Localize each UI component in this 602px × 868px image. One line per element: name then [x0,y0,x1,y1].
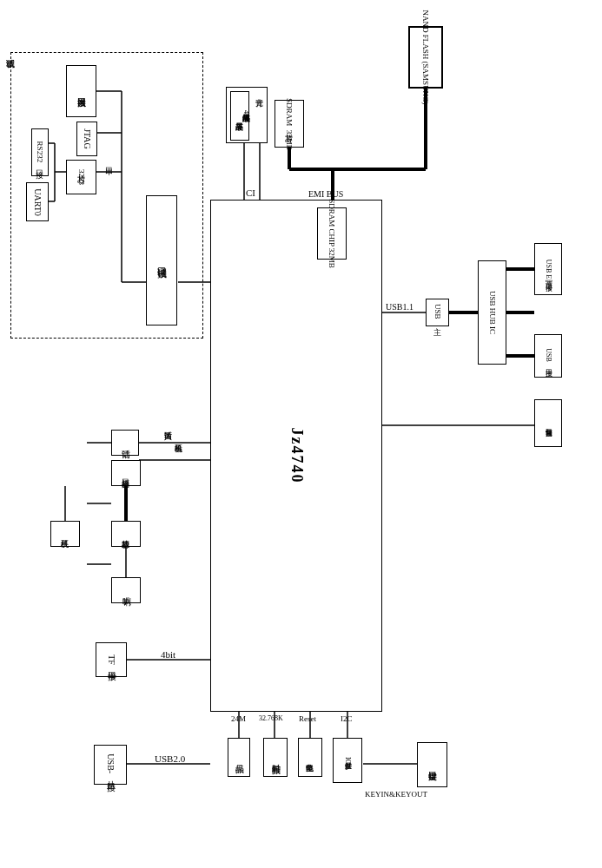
usb-reader-label: USB 读写E卡接口 [544,260,552,279]
i2c-label: I2C [341,714,353,723]
usb-host-port: USB 主接口 [534,334,562,378]
reset-label: Reset [299,714,316,723]
clk-24m: 24M [231,714,246,723]
usb-slave: USB-从 接口 [94,745,127,785]
lcd-panel: 液晶显示屏 [230,91,249,141]
ci-label: CI [246,187,255,198]
earphone: 耳机线 [50,521,80,547]
usb-other: 其它预留接口 [534,399,562,447]
xtal-24m: 晶振 [228,738,250,777]
kbd-if: 键盘接口 [417,742,447,787]
audio-amp: 音频功放 [111,521,141,547]
speaker: 喇叭 [111,577,141,603]
usb-host-small: USB 主 [426,299,449,326]
chip-3223: 芯片3223 [66,160,96,194]
kbd-ext-label: 键盘扩展IC [343,757,352,764]
cpu-label: Jz4740 [287,428,306,484]
reset-ckt: 复位电路 [298,738,322,777]
chip-3223-label: 芯片3223 [76,169,86,185]
emi-bus-label: EMI BUS [308,189,343,199]
tf-card: TF卡接口 [96,642,127,677]
usb-slave-label: USB-从 接口 [105,753,116,775]
rs232-label: RS232 接口 [36,141,45,164]
usb-slave-bus: USB2.0 [155,753,185,764]
rtc-xtal-label: 时钟 晶振 [270,756,281,759]
uart0: UART0 [26,182,49,221]
nand-flash-label: NAND FLASH (SAMSUNG) [421,10,431,104]
usb-host-port-label: USB 主接口 [544,348,552,364]
cpu-block: Jz4740 [210,200,382,712]
key-bus-label: KEYIN&KEYOUT [365,790,427,799]
usb-host-small-label: USB 主 [433,304,442,321]
jtag-label: JTAG [82,128,92,149]
sdram2-label: SDRAM CHIP 32MB [327,199,337,268]
debug-port: 调试接口 [146,195,177,326]
tf-label: TF卡接口 [106,654,116,665]
audio-iface: 音频接口 [111,460,141,486]
jtag: JTAG [76,122,97,156]
rtc-xtal: 时钟 晶振 [263,738,288,777]
sdram1: SDRAM 芯片 32MB [275,100,304,148]
mic: 话筒 [111,430,139,456]
uart0-label: UART0 [32,188,43,216]
usb-host-bus: USB1.1 [386,302,413,312]
nand-flash: NAND FLASH (SAMSUNG) [408,26,443,89]
tf-bus-label: 4bit [161,649,175,660]
lcd-assembly: 液晶显示屏组件 4.3" 背光 液晶显示屏 [226,87,268,143]
clk-rtc: 32.768K [259,714,283,722]
sdram2: SDRAM CHIP 32MB [317,207,347,260]
rs232: RS232 接口 [31,128,49,176]
usb-hub: USB HUB IC [478,260,506,365]
usb-reader: USB 读写E卡接口 [534,243,562,295]
sdram1-label: SDRAM 芯片 32MB [285,98,294,150]
usb-hub-label: USB HUB IC [487,291,497,334]
kbd-ext: 键盘扩展IC [333,738,362,783]
eth-port: 以太网接口 [66,65,96,117]
